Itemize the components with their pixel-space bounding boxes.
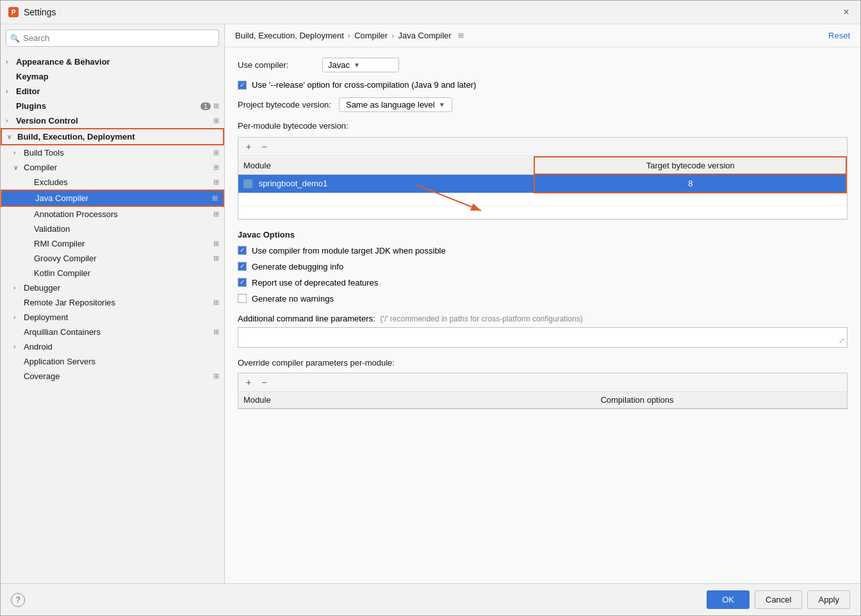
arrow-icon: ›: [6, 58, 13, 65]
sidebar-item-remote-jar[interactable]: › Remote Jar Repositories ⊞: [1, 295, 224, 310]
settings-icon: ⊞: [213, 254, 219, 263]
sidebar-item-label: Keymap: [16, 72, 219, 81]
remove-module-button[interactable]: −: [259, 140, 269, 153]
ok-button[interactable]: OK: [707, 590, 750, 609]
sidebar-item-label: Excludes: [34, 177, 211, 187]
sidebar-item-editor[interactable]: › Editor: [1, 84, 224, 99]
breadcrumb-part-3: Java Compiler: [398, 31, 452, 40]
search-input[interactable]: [6, 29, 219, 47]
javac-opt-checkbox-0[interactable]: ✓: [238, 246, 247, 255]
sidebar-tree: › Appearance & Behavior › Keymap › Edito…: [1, 52, 224, 583]
close-button[interactable]: ×: [840, 6, 853, 19]
sidebar-item-label: Build, Execution, Deployment: [17, 132, 218, 142]
sidebar-item-keymap[interactable]: › Keymap: [1, 69, 224, 84]
sidebar-item-arquillian[interactable]: › Arquillian Containers ⊞: [1, 325, 224, 339]
settings-icon: ⊞: [213, 239, 219, 248]
arrow-icon: ∨: [13, 164, 21, 171]
override-title: Override compiler parameters per-module:: [238, 358, 848, 368]
cancel-button[interactable]: Cancel: [755, 590, 802, 609]
arrow-icon: ›: [13, 343, 21, 350]
sidebar-item-label: Java Compiler: [35, 193, 209, 203]
javac-opt-checkbox-2[interactable]: ✓: [238, 278, 247, 287]
add-override-button[interactable]: +: [243, 376, 254, 389]
sidebar-item-coverage[interactable]: › Coverage ⊞: [1, 369, 224, 384]
settings-icon: ⊞: [213, 117, 219, 125]
search-box: 🔍: [6, 29, 219, 47]
release-option-row: ✓ Use '--release' option for cross-compi…: [238, 80, 848, 90]
use-compiler-value: Javac: [328, 60, 350, 70]
sidebar-item-label: Remote Jar Repositories: [24, 298, 211, 307]
title-bar-left: P Settings: [8, 7, 56, 17]
help-button[interactable]: ?: [11, 593, 25, 607]
per-module-table-container: + − Module Target bytecode version: [238, 137, 848, 220]
remove-override-button[interactable]: −: [259, 376, 269, 389]
javac-opt-row-2: ✓ Report use of deprecated features: [238, 278, 848, 288]
additional-params-section: Additional command line parameters: ('/'…: [238, 314, 848, 348]
sidebar-item-deployment[interactable]: › Deployment: [1, 310, 224, 325]
sidebar-item-build-tools[interactable]: › Build Tools ⊞: [1, 145, 224, 160]
breadcrumb-settings-icon: ⊞: [458, 31, 464, 40]
sidebar-item-android[interactable]: › Android: [1, 339, 224, 354]
sidebar-item-kotlin[interactable]: › Kotlin Compiler: [1, 266, 224, 280]
window-title: Settings: [24, 7, 56, 17]
bytecode-version-dropdown[interactable]: Same as language level ▼: [339, 97, 452, 112]
sidebar-item-java-compiler[interactable]: › Java Compiler ⊞: [1, 190, 224, 207]
breadcrumb-sep-1: ›: [348, 31, 350, 40]
panel-body: Use compiler: Javac ▼ ✓ Use '--release' …: [225, 47, 860, 583]
sidebar-item-groovy[interactable]: › Groovy Compiler ⊞: [1, 251, 224, 266]
bytecode-version-value: Same as language level: [346, 100, 435, 109]
sidebar-item-label: Android: [24, 342, 219, 352]
sidebar-item-version-control[interactable]: › Version Control ⊞: [1, 113, 224, 128]
sidebar-item-label: Plugins: [16, 101, 195, 111]
arrow-icon: ∨: [7, 133, 15, 140]
table-empty-row: [238, 193, 846, 206]
sidebar-item-annotation[interactable]: › Annotation Processors ⊞: [1, 207, 224, 222]
col-module-header: Module: [238, 157, 534, 174]
sidebar-item-label: Annotation Processors: [34, 209, 211, 219]
sidebar-item-label: Version Control: [16, 116, 211, 126]
use-compiler-dropdown[interactable]: Javac ▼: [322, 58, 399, 72]
settings-icon: ⊞: [213, 163, 219, 172]
expand-icon[interactable]: ⤢: [839, 336, 845, 345]
sidebar-item-label: Validation: [34, 224, 219, 234]
sidebar-item-label: Editor: [16, 86, 219, 96]
settings-icon: ⊞: [213, 328, 219, 336]
sidebar-item-debugger[interactable]: › Debugger: [1, 280, 224, 295]
sidebar-item-compiler[interactable]: ∨ Compiler ⊞: [1, 160, 224, 175]
table-row[interactable]: springboot_demo1 8: [238, 174, 846, 193]
javac-opt-checkbox-3[interactable]: [238, 294, 247, 303]
sidebar-item-label: Groovy Compiler: [34, 254, 211, 263]
apply-button[interactable]: Apply: [807, 590, 850, 609]
checkmark-icon: ✓: [240, 279, 245, 286]
reset-button[interactable]: Reset: [828, 31, 850, 40]
dropdown-arrow-icon: ▼: [439, 101, 445, 108]
override-table-toolbar: + −: [238, 373, 847, 392]
add-module-button[interactable]: +: [243, 140, 254, 153]
sidebar-item-label: Application Servers: [24, 357, 219, 366]
javac-options-title: Javac Options: [238, 230, 848, 239]
settings-icon: ⊞: [213, 210, 219, 218]
module-icon: [243, 179, 252, 188]
sidebar-item-rmi[interactable]: › RMI Compiler ⊞: [1, 236, 224, 251]
additional-params-input[interactable]: [238, 327, 848, 348]
sidebar-item-validation[interactable]: › Validation: [1, 222, 224, 236]
override-col-module: Module: [238, 392, 427, 409]
javac-opt-label-1: Generate debugging info: [252, 262, 343, 272]
checkmark-icon: ✓: [240, 82, 245, 88]
table-toolbar: + −: [238, 138, 847, 156]
release-option-checkbox[interactable]: ✓: [238, 81, 247, 90]
override-table-container: + − Module Compilation options: [238, 373, 848, 409]
sidebar-item-plugins[interactable]: › Plugins 1 ⊞: [1, 99, 224, 113]
sidebar-item-appearance[interactable]: › Appearance & Behavior: [1, 54, 224, 69]
dialog-footer: ? OK Cancel Apply: [1, 583, 860, 615]
sidebar-item-label: Kotlin Compiler: [34, 268, 219, 278]
sidebar-item-label: Arquillian Containers: [24, 327, 211, 337]
javac-opt-label-0: Use compiler from module target JDK when…: [252, 246, 446, 255]
arrow-icon: ›: [13, 149, 21, 156]
sidebar-item-label: Compiler: [24, 163, 211, 172]
sidebar-item-excludes[interactable]: › Excludes ⊞: [1, 175, 224, 190]
sidebar-item-app-servers[interactable]: › Application Servers: [1, 354, 224, 369]
sidebar-item-build-exec[interactable]: ∨ Build, Execution, Deployment: [1, 128, 224, 145]
settings-icon: ⊞: [212, 194, 218, 202]
javac-opt-checkbox-1[interactable]: ✓: [238, 262, 247, 271]
